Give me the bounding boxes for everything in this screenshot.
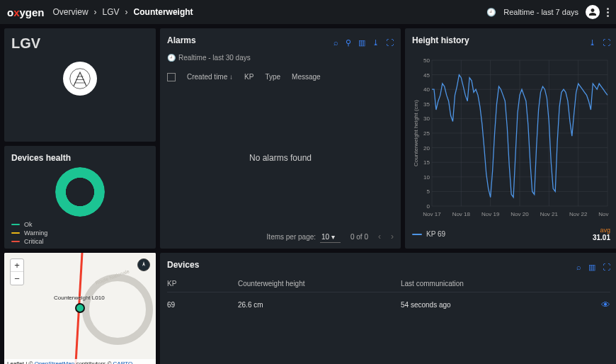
svg-text:30: 30: [423, 115, 430, 122]
page-range: 0 of 0: [350, 233, 368, 241]
svg-text:Nov 23: Nov 23: [598, 211, 610, 217]
svg-marker-9: [142, 261, 145, 266]
avatar[interactable]: [586, 5, 600, 19]
svg-text:Nov 18: Nov 18: [452, 211, 471, 217]
series-legend: KP 69: [412, 230, 445, 238]
fullscreen-icon[interactable]: ⛶: [603, 38, 610, 47]
clock-icon: 🕘: [167, 54, 176, 62]
chevron-right-icon: ›: [94, 7, 97, 17]
alarms-range[interactable]: Realtime - last 30 days: [178, 54, 251, 62]
breadcrumb: Overview › LGV › Counterweight: [53, 7, 193, 17]
crumb-lgv[interactable]: LGV: [103, 7, 120, 17]
svg-text:35: 35: [423, 101, 430, 108]
search-icon[interactable]: ⌕: [576, 263, 581, 272]
alarms-card: Alarms ⌕ ⚲ ▥ ⤓ ⛶ 🕘 Realtime - last 30 da…: [160, 28, 401, 249]
search-icon[interactable]: ⌕: [333, 38, 338, 47]
more-icon[interactable]: [607, 8, 609, 17]
svg-text:15: 15: [423, 159, 430, 166]
clock-icon: 🕘: [486, 8, 496, 17]
empty-state: No alarms found: [167, 84, 394, 232]
avg-stat: avg31.01: [593, 227, 610, 241]
svg-text:45: 45: [423, 72, 430, 79]
crumb-overview[interactable]: Overview: [53, 7, 89, 17]
svg-text:25: 25: [423, 130, 430, 137]
col-last[interactable]: Last communication: [401, 280, 610, 288]
legend-ok: Ok: [11, 221, 149, 228]
health-donut-chart: [55, 167, 105, 217]
prev-page-button[interactable]: ‹: [378, 232, 381, 241]
view-icon[interactable]: 👁: [601, 300, 610, 310]
legend-critical: Critical: [11, 238, 149, 245]
fullscreen-icon[interactable]: ⛶: [386, 38, 394, 47]
table-row[interactable]: 69 26.6 cm 54 seconds ago 👁: [167, 292, 610, 317]
export-icon[interactable]: ⤓: [372, 38, 379, 47]
compass-icon[interactable]: [137, 258, 150, 271]
svg-text:Nov 22: Nov 22: [569, 211, 588, 217]
crumb-current: Counterweight: [134, 7, 193, 17]
svg-point-8: [76, 304, 84, 312]
map-marker-label: Counterweight L010: [54, 295, 105, 301]
svg-text:40: 40: [423, 86, 430, 93]
filter-icon[interactable]: ⚲: [346, 38, 351, 47]
brand-logo: oxygen: [7, 6, 45, 18]
col-kp[interactable]: KP: [167, 280, 238, 288]
svg-text:10: 10: [423, 174, 430, 181]
legend-warning: Warning: [11, 229, 149, 237]
col-created-time[interactable]: Created time ↓: [187, 73, 233, 81]
zoom-in-button[interactable]: +: [11, 259, 23, 272]
columns-icon[interactable]: ▥: [588, 263, 595, 272]
export-icon[interactable]: ⤓: [589, 38, 595, 47]
page-size-select[interactable]: 10 ▾: [320, 233, 341, 243]
health-title: Devices health: [11, 153, 149, 163]
svg-text:Nov 20: Nov 20: [511, 211, 529, 217]
alarms-title: Alarms: [167, 35, 196, 45]
chart-title: Height history: [412, 35, 469, 45]
zoom-out-button[interactable]: −: [11, 272, 23, 285]
svg-text:Nov 17: Nov 17: [423, 211, 441, 217]
next-page-button[interactable]: ›: [391, 232, 394, 241]
svg-text:5: 5: [427, 188, 430, 195]
chevron-right-icon: ›: [125, 7, 128, 17]
time-range-button[interactable]: Realtime - last 7 days: [503, 8, 578, 16]
col-kp[interactable]: KP: [244, 73, 253, 81]
columns-icon[interactable]: ▥: [358, 38, 365, 47]
map-card[interactable]: Route Nationale + − Counterweight L010 L…: [4, 253, 156, 364]
devices-card: Devices ⌕ ▥ ⛶ KP Counterweight height La…: [160, 253, 616, 364]
svg-text:Nov 21: Nov 21: [540, 211, 559, 217]
fullscreen-icon[interactable]: ⛶: [603, 263, 610, 272]
svg-text:20: 20: [423, 145, 430, 152]
health-card: Devices health Ok Warning Critical: [4, 146, 156, 249]
height-chart[interactable]: 05101520253035404550Nov 17Nov 18Nov 19No…: [412, 50, 610, 225]
col-message[interactable]: Message: [292, 73, 321, 81]
chart-card: Height history ⤓ ⛶ 05101520253035404550N…: [405, 28, 616, 249]
rail-icon: [63, 62, 97, 96]
devices-title: Devices: [167, 260, 199, 270]
select-all-checkbox[interactable]: [167, 73, 176, 81]
map-attribution: Leaflet | © OpenStreetMap contributors ©…: [4, 359, 156, 364]
svg-text:Counterweight height (cm): Counterweight height (cm): [413, 100, 419, 166]
entity-card: LGV: [4, 28, 156, 142]
entity-title: LGV: [11, 35, 149, 52]
svg-text:0: 0: [427, 203, 430, 210]
col-height[interactable]: Counterweight height: [238, 280, 401, 288]
col-type[interactable]: Type: [265, 73, 280, 81]
svg-text:Nov 19: Nov 19: [481, 211, 500, 217]
svg-text:50: 50: [423, 57, 430, 64]
